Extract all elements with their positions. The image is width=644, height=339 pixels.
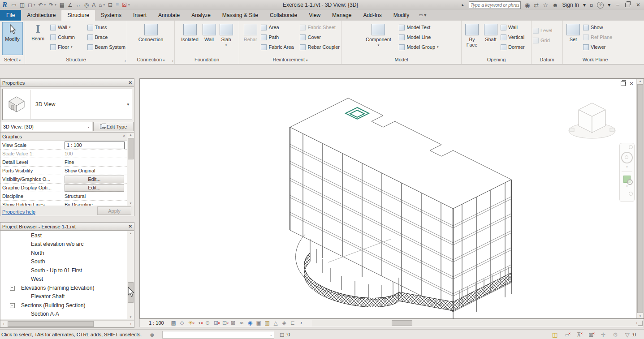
tab-architecture[interactable]: Architecture <box>21 10 61 21</box>
view-dropdown-icon[interactable]: ▾ <box>104 3 105 7</box>
steering-wheel-icon[interactable] <box>621 152 633 163</box>
collapse-node-icon[interactable] <box>10 303 15 308</box>
search-input[interactable] <box>469 1 521 9</box>
property-row-detail-level[interactable]: Detail Level Fine <box>0 158 134 167</box>
canvas-hscrollbar[interactable]: › <box>312 320 644 326</box>
path-reinforcement-button[interactable]: Path <box>261 33 299 41</box>
property-row-show-hidden-lines[interactable]: Show Hidden Lines By Discipline <box>0 201 134 206</box>
apply-button[interactable]: Apply <box>97 206 131 215</box>
panel-label-connection[interactable]: Connection ▾ <box>127 57 174 64</box>
graphic-display-edit-button[interactable]: Edit... <box>65 184 124 192</box>
tab-view[interactable]: View <box>303 10 326 21</box>
close-button[interactable]: ✕ <box>634 2 642 8</box>
properties-help-link[interactable]: Properties help <box>2 209 35 215</box>
property-row-graphic-display[interactable]: Graphic Display Opti... Edit... <box>0 184 134 192</box>
worksharing-display-icon[interactable]: ▣ <box>255 319 263 327</box>
property-row-discipline[interactable]: Discipline Structural <box>0 192 134 201</box>
close-hidden-windows-icon[interactable]: ☒ <box>122 0 127 10</box>
wall-foundation-button[interactable]: Wall <box>201 22 217 55</box>
visibility-graphics-edit-button[interactable]: Edit... <box>65 176 124 183</box>
help-icon[interactable]: ? <box>597 2 604 9</box>
area-reinforcement-button[interactable]: Area <box>261 23 299 31</box>
wall-opening-button[interactable]: Wall <box>501 23 525 31</box>
sync-dropdown-icon[interactable]: ▾ <box>34 3 35 7</box>
redo-icon[interactable]: ↷ <box>49 0 53 10</box>
text-icon[interactable]: A <box>92 0 95 10</box>
model-line-button[interactable]: Model Line <box>399 33 438 41</box>
undo-dropdown-icon[interactable]: ▾ <box>44 3 46 7</box>
undo-icon[interactable]: ↶ <box>39 0 43 10</box>
view-scale-control[interactable]: 1 : 100 <box>140 320 169 326</box>
project-browser-hscrollbar[interactable]: ‹ › <box>0 320 134 327</box>
reveal-constraints-icon[interactable]: ⊏ <box>289 319 297 327</box>
panel-label-reinforcement[interactable]: Reinforcement ▾ <box>239 57 341 64</box>
set-work-plane-button[interactable]: Set <box>564 22 582 55</box>
save-icon[interactable]: ◫ <box>20 0 25 10</box>
properties-title-bar[interactable]: Properties ✕ <box>0 79 134 87</box>
truss-button[interactable]: Truss <box>87 23 125 31</box>
rebar-button[interactable]: Rebar <box>241 22 260 55</box>
type-selector[interactable]: 3D View ▾ <box>2 89 132 120</box>
ref-plane-button[interactable]: Ref Plane <box>583 33 612 41</box>
panel-label-model[interactable]: Model <box>341 57 461 64</box>
vcb-collapse-icon[interactable]: ‹ <box>297 319 306 327</box>
collapse-group-icon[interactable]: ^ <box>123 134 125 139</box>
select-by-face-toggle-icon[interactable]: ⊠✕ <box>587 331 595 338</box>
print-icon[interactable]: ▤ <box>60 0 65 10</box>
connection-dialog-launcher-icon[interactable]: › <box>172 59 173 63</box>
select-pinned-toggle-icon[interactable]: ⊼✕ <box>575 331 583 338</box>
exchange-apps-icon[interactable]: ⇄ <box>534 2 539 9</box>
lock-3d-view-icon[interactable]: ⊠ <box>229 319 238 327</box>
worksets-icon[interactable]: ☻ <box>148 331 156 338</box>
level-button[interactable]: Level <box>533 26 552 34</box>
default-3d-view-icon[interactable]: ⌂ <box>99 0 102 10</box>
property-row-visibility-graphics[interactable]: Visibility/Graphics O... Edit... <box>0 175 134 184</box>
detail-level-icon[interactable]: ▩ <box>169 319 178 327</box>
tab-annotate[interactable]: Annotate <box>152 10 186 21</box>
tree-item-north[interactable]: North <box>0 249 134 257</box>
properties-scrollbar[interactable]: ▲ ▼ <box>127 133 134 206</box>
navbar-close-icon[interactable] <box>629 145 633 149</box>
drawing-area[interactable]: – ✕ <box>139 78 644 319</box>
tree-item-east-elevation[interactable]: East elevation w/o arc <box>0 240 134 249</box>
type-selector-dropdown-icon[interactable]: ▾ <box>127 102 132 107</box>
tree-item-elevator-shaft[interactable]: Elevator Shaft <box>0 292 134 301</box>
select-links-toggle-icon[interactable]: ◫ <box>551 331 559 338</box>
tab-analyze[interactable]: Analyze <box>186 10 216 21</box>
edit-type-button[interactable]: Edit Type <box>93 122 134 131</box>
sync-with-central-icon[interactable]: ◻ <box>28 0 32 10</box>
connection-button[interactable]: Connection <box>135 22 167 55</box>
isolated-foundation-button[interactable]: Isolated <box>180 22 200 55</box>
vertical-opening-button[interactable]: Vertical <box>501 33 525 41</box>
beam-system-button[interactable]: Beam System <box>87 43 125 51</box>
tree-item-south[interactable]: South <box>0 257 134 266</box>
ribbon-display-toggle-icon[interactable]: ▭ ▾ <box>419 10 426 21</box>
dormer-opening-button[interactable]: Dormer <box>501 43 525 51</box>
component-button[interactable]: Component ▾ <box>364 22 393 55</box>
tab-modify[interactable]: Modify <box>388 10 415 21</box>
temporary-hide-isolate-icon[interactable]: ∞ <box>238 319 246 327</box>
app-store-cart-icon[interactable]: ¤ <box>590 2 593 9</box>
displacement-sets-icon[interactable]: ◈ <box>280 319 289 327</box>
tree-group-building-sections[interactable]: Sections (Building Section) <box>0 301 134 310</box>
tab-manage[interactable]: Manage <box>326 10 357 21</box>
fabric-sheet-button[interactable]: Fabric Sheet <box>300 23 340 31</box>
zoom-icon[interactable] <box>623 176 631 183</box>
visual-style-icon[interactable]: ◇ <box>178 319 186 327</box>
open-icon[interactable]: ▭ <box>11 0 16 10</box>
panel-label-structure[interactable]: Structure <box>25 57 127 64</box>
tab-collaborate[interactable]: Collaborate <box>264 10 303 21</box>
wheel-dropdown-icon[interactable]: ▾ <box>626 165 628 169</box>
section-icon[interactable]: ⊟ <box>108 0 112 10</box>
tree-group-framing-elevations[interactable]: Elevations (Framing Elevation) <box>0 283 134 292</box>
user-icon[interactable]: ☻ <box>552 2 558 9</box>
modify-button[interactable]: Modify <box>2 22 23 55</box>
show-work-plane-button[interactable]: Show <box>583 23 612 31</box>
navbar-options-icon[interactable] <box>629 192 633 196</box>
gear-icon[interactable]: ⚙ <box>611 331 619 338</box>
restore-button[interactable] <box>625 3 630 7</box>
tree-group-wall-sections[interactable]: Sections (Wall Section) <box>0 318 134 319</box>
properties-group-row[interactable]: Graphics ^ <box>0 133 134 141</box>
panel-label-work-plane[interactable]: Work Plane <box>563 57 627 64</box>
tab-structure[interactable]: Structure <box>61 10 95 21</box>
